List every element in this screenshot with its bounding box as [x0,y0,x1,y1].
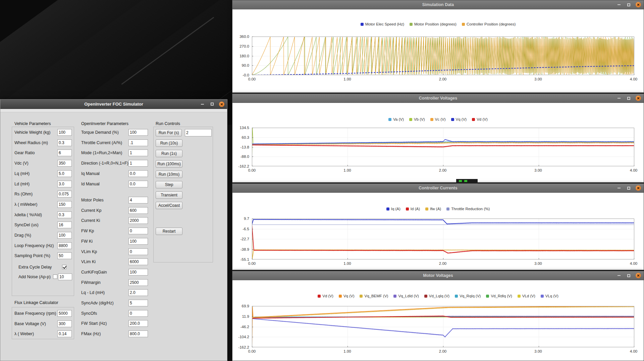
run-10ms-button[interactable]: Run (10ms) [156,171,182,178]
chart-body: Vd (V)Vq (V)Vq_BEMF (V)Vq_LdId (V)Vd_LqI… [232,280,644,361]
foc-simulator-window: OpenInverter FOC Simulator Vehicle Param… [0,99,227,361]
restore-button[interactable] [626,273,631,278]
param-input-vdc-v[interactable] [57,160,72,167]
param-row: Base Frequency (rpm) [14,310,72,317]
chart-title: Controller Voltages [232,94,644,103]
param-label-throttle-current-a: Throttle Current (A/%) [81,140,122,145]
y-tick-label: 134.5 [239,126,249,130]
minimize-button[interactable] [616,185,622,191]
add-noise-checkbox[interactable] [53,275,57,279]
param-input-torque-demand[interactable] [128,129,148,136]
y-axis-labels: 69.911.9-46.2-104.2-162.2 [232,306,251,347]
chart-titlebar[interactable]: Simulation Data [232,0,644,9]
chart-window-simulation-data: Simulation DataMotor Elec Speed (Hz)Moto… [232,0,644,93]
param-input-lq-ld-mh[interactable] [128,289,148,296]
param-input-syncofs[interactable] [128,310,148,317]
param-row: FMax (Hz) [81,330,149,338]
param-input-base-voltage-v[interactable] [57,320,72,327]
close-button[interactable] [636,185,641,191]
run-for-button[interactable]: Run For (s) [156,129,182,136]
run-10s-button[interactable]: Run (10s) [156,139,182,147]
param-input-vlim-ki[interactable] [128,258,148,265]
param-input-syncdel-us[interactable] [57,222,72,228]
param-input-rs-ohm[interactable] [57,191,72,197]
x-tick-label: 4.00 [630,77,637,81]
chart-legend: Motor Elec Speed (Hz)Motor Position (deg… [232,21,644,27]
chart-titlebar[interactable]: Controller Voltages [232,94,644,103]
param-input-vehicle-weight-kg[interactable] [57,129,72,136]
param-input-throttle-current-a[interactable] [128,139,148,146]
restart-button[interactable]: Restart [156,228,182,235]
extra-cycle-delay-checkbox[interactable] [62,265,66,269]
param-input-current-kp[interactable] [128,207,148,214]
legend-label: Vq_LdId (V) [398,294,419,298]
param-input-mweber[interactable] [57,201,72,208]
minimize-button[interactable] [616,96,622,101]
foc-window-titlebar[interactable]: OpenInverter FOC Simulator [0,100,227,109]
param-input-mode-1-run-2-man[interactable] [128,149,148,156]
param-input-fw-ki[interactable] [128,238,148,245]
param-row: Vehicle Weight (kg) [14,129,72,136]
restore-button[interactable] [626,96,631,101]
minimize-button[interactable] [616,273,622,278]
minimize-button[interactable] [616,2,622,7]
close-button[interactable] [636,96,641,101]
param-input-ld-mh[interactable] [57,181,72,187]
run-100ms-button[interactable]: Run (100ms) [156,160,182,168]
legend-item-vd-v: Vd (V) [318,294,333,298]
legend-swatch [361,23,364,26]
param-input-drag[interactable] [57,232,72,239]
param-input-id-manual[interactable] [128,181,148,187]
param-input-vlim-kp[interactable] [128,248,148,255]
add-noise-row: Add Noise (Ap-p) [18,274,74,281]
param-input-sampling-point[interactable] [57,252,72,259]
param-input-direction-1-r-0-n-1-f[interactable] [128,160,148,167]
step-button[interactable]: Step [156,181,182,188]
plot-canvas [252,128,634,166]
legend-item-vld-v: VLd (V) [518,294,535,298]
run-1s-button[interactable]: Run (1s) [156,150,182,157]
param-input-motor-poles[interactable] [128,197,148,203]
restore-button[interactable] [626,185,631,191]
close-button[interactable] [636,273,641,278]
param-label-ld-mh: Ld (mH) [14,182,30,186]
legend-label: Vq_BEMF (V) [364,294,388,298]
param-input-delta-aid[interactable] [57,212,72,218]
accel-coast-button[interactable]: Accel/Coast [156,202,182,209]
add-noise-input[interactable] [58,274,72,280]
chart-titlebar[interactable]: Controller Currents [232,184,644,193]
close-button[interactable] [219,102,224,107]
minimize-button[interactable] [200,102,205,107]
param-input-current-ki[interactable] [128,217,148,224]
param-input-fmax-hz[interactable] [128,330,148,337]
legend-label: Controller Position (degrees) [467,22,516,26]
legend-item-vq-v: Vq (V) [451,117,467,121]
restore-button[interactable] [209,102,215,107]
param-input-iq-manual[interactable] [128,170,148,177]
param-input-wheel-radius-m[interactable] [57,139,72,146]
x-tick-label: 4.00 [630,168,637,172]
y-axis-labels: 360.0270.0180.090.0-0.0 [232,37,251,75]
param-input-fwmargin[interactable] [128,279,148,286]
legend-item-throttle-reduction: Throttle Reduction (%) [446,207,490,211]
transient-button[interactable]: Transient [156,191,182,199]
chart-titlebar[interactable]: Motor Voltages [232,271,644,280]
param-label-mode-1-run-2-man: Mode (1=Run,2=Man) [81,151,122,155]
param-input-loop-frequency-hz[interactable] [57,242,72,249]
param-input-gear-ratio[interactable] [57,149,72,156]
param-input-curkifrqgain[interactable] [128,269,148,276]
param-row: VLim Ki [81,258,149,266]
restore-button[interactable] [626,2,631,7]
run-for-seconds-input[interactable] [185,129,212,136]
param-input-syncadv-dig-hz[interactable] [128,300,148,306]
param-input-fw-kp[interactable] [128,228,148,234]
close-button[interactable] [636,2,641,7]
plot-canvas [252,306,634,347]
y-tick-label: 9.7 [244,217,249,221]
param-input-fw-start-hz[interactable] [128,320,148,327]
param-input-base-frequency-rpm[interactable] [57,310,72,317]
x-tick-label: 4.00 [630,261,637,265]
legend-swatch [339,295,342,298]
param-input-weber[interactable] [57,330,72,337]
param-input-lq-mh[interactable] [57,170,72,177]
